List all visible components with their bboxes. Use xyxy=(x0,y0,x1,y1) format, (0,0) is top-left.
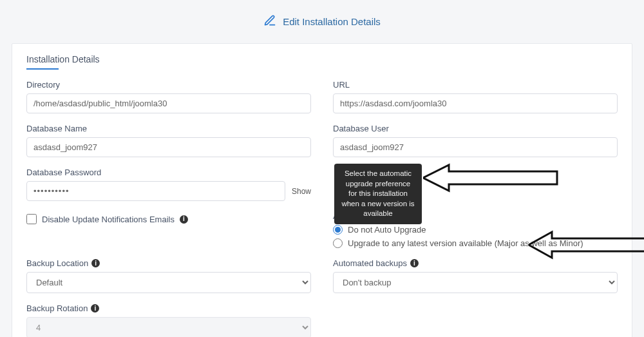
auto-upgrade-any-label: Upgrade to any latest version available … xyxy=(348,238,583,248)
info-icon[interactable]: i xyxy=(180,215,188,224)
backup-rotation-field: Backup Rotation i 4 xyxy=(26,303,311,337)
url-label: URL xyxy=(333,80,618,90)
auto-upgrade-none-label: Do not Auto Upgrade xyxy=(348,225,426,235)
backup-location-select[interactable]: Default xyxy=(26,272,311,293)
auto-upgrade-any-radio[interactable] xyxy=(333,238,343,248)
db-user-field: Database User xyxy=(333,124,618,157)
db-pass-label: Database Password xyxy=(26,168,311,177)
url-field: URL xyxy=(333,80,618,113)
automated-backups-select[interactable]: Don't backup xyxy=(333,272,618,293)
disable-notify-field: Disable Update Notifications Emails i xyxy=(26,211,311,248)
db-pass-show-button[interactable]: Show xyxy=(292,187,311,196)
automated-backups-field: Automated backups i Don't backup xyxy=(333,258,618,293)
auto-upgrade-none-radio[interactable] xyxy=(333,225,343,235)
directory-input[interactable] xyxy=(26,93,311,113)
auto-upgrade-label: Auto Upgrade xyxy=(333,211,384,221)
db-pass-input[interactable] xyxy=(26,181,285,201)
db-name-label: Database Name xyxy=(26,124,311,133)
installation-heading: Installation Details xyxy=(26,54,100,68)
svg-marker-0 xyxy=(423,165,557,191)
disable-notify-checkbox[interactable] xyxy=(26,214,37,224)
directory-label: Directory xyxy=(26,80,311,90)
page-title: Edit Installation Details xyxy=(283,16,381,27)
db-pass-field: Database Password Show xyxy=(26,168,311,201)
page-title-bar: Edit Installation Details xyxy=(0,5,644,43)
backup-location-field: Backup Location i Default xyxy=(26,258,311,293)
auto-upgrade-any-row[interactable]: Upgrade to any latest version available … xyxy=(333,238,618,248)
info-icon[interactable]: i xyxy=(91,259,100,267)
db-name-field: Database Name xyxy=(26,124,311,157)
pencil-icon xyxy=(263,14,276,29)
database-settings-field: Select the automatic upgrade preference … xyxy=(333,168,618,201)
info-icon[interactable]: i xyxy=(91,304,99,313)
info-icon[interactable]: i xyxy=(410,259,419,267)
info-icon[interactable]: i xyxy=(388,212,396,220)
backup-location-label: Backup Location xyxy=(26,258,88,268)
db-user-input[interactable] xyxy=(333,137,618,157)
url-input[interactable] xyxy=(333,93,618,113)
automated-backups-label: Automated backups xyxy=(333,258,407,268)
db-name-input[interactable] xyxy=(26,137,311,157)
installation-panel: Installation Details Directory URL Datab… xyxy=(12,43,632,337)
disable-notify-label: Disable Update Notifications Emails xyxy=(42,215,175,224)
backup-rotation-select[interactable]: 4 xyxy=(26,317,311,337)
directory-field: Directory xyxy=(26,80,311,113)
arrow-annotation-1 xyxy=(423,160,558,196)
backup-rotation-label: Backup Rotation xyxy=(26,303,88,313)
auto-upgrade-none-row[interactable]: Do not Auto Upgrade xyxy=(333,225,618,235)
db-user-label: Database User xyxy=(333,124,618,133)
auto-upgrade-field: Auto Upgrade i Do not Auto Upgrade Upgra… xyxy=(333,211,618,248)
